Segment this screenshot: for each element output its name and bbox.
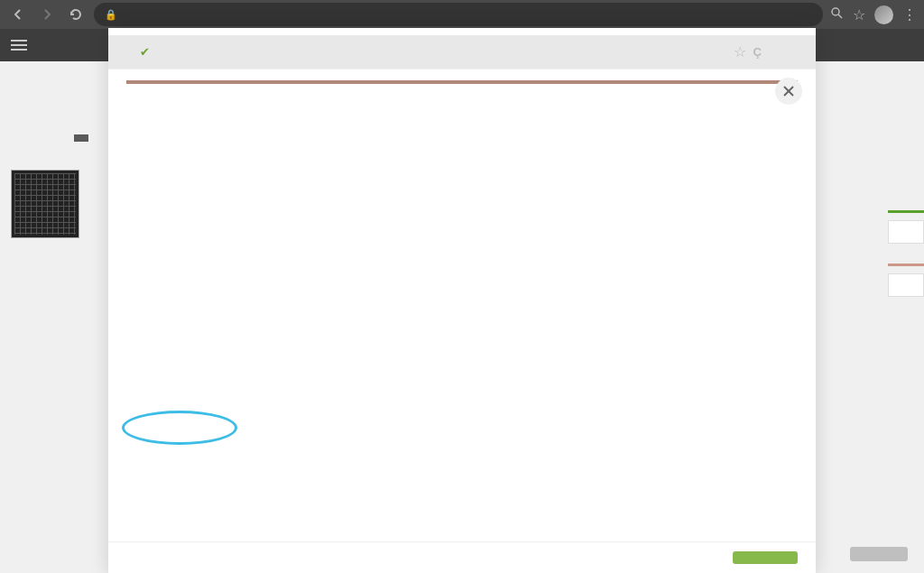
forward-button[interactable] (36, 4, 58, 25)
menu-hamburger-icon[interactable] (11, 40, 27, 51)
reload-button[interactable] (65, 4, 87, 25)
back-button[interactable] (7, 4, 29, 25)
close-button[interactable] (775, 78, 802, 105)
close-icon (781, 84, 796, 98)
material-modal: ✔ ☆ Ç (108, 28, 816, 573)
menu-icon[interactable]: ⋮ (902, 6, 917, 23)
section-header-wood (126, 80, 798, 102)
address-bar[interactable]: 🔒 (94, 3, 823, 26)
star-icon[interactable]: ☆ (853, 6, 865, 23)
browser-toolbar: 🔒 ☆ ⋮ (0, 0, 924, 29)
svg-point-0 (832, 8, 839, 15)
search-icon[interactable] (830, 6, 844, 23)
cancel-button[interactable] (850, 547, 908, 561)
star-icon[interactable]: ☆ (734, 43, 746, 60)
cricut-icon: Ç (753, 45, 762, 59)
profile-avatar[interactable] (874, 5, 893, 24)
mat-preview[interactable] (11, 170, 79, 243)
material-list[interactable]: ✔ ☆ Ç (108, 28, 816, 541)
svg-line-1 (838, 14, 842, 18)
mat-thumbnail (11, 170, 79, 238)
done-button[interactable] (733, 551, 798, 564)
back-tooltip (74, 134, 88, 142)
side-panel-peek (888, 210, 924, 297)
check-icon: ✔ (140, 45, 150, 59)
modal-footer (108, 541, 816, 573)
material-item-selected[interactable]: ✔ ☆ Ç (108, 35, 816, 69)
lock-icon: 🔒 (105, 9, 117, 21)
